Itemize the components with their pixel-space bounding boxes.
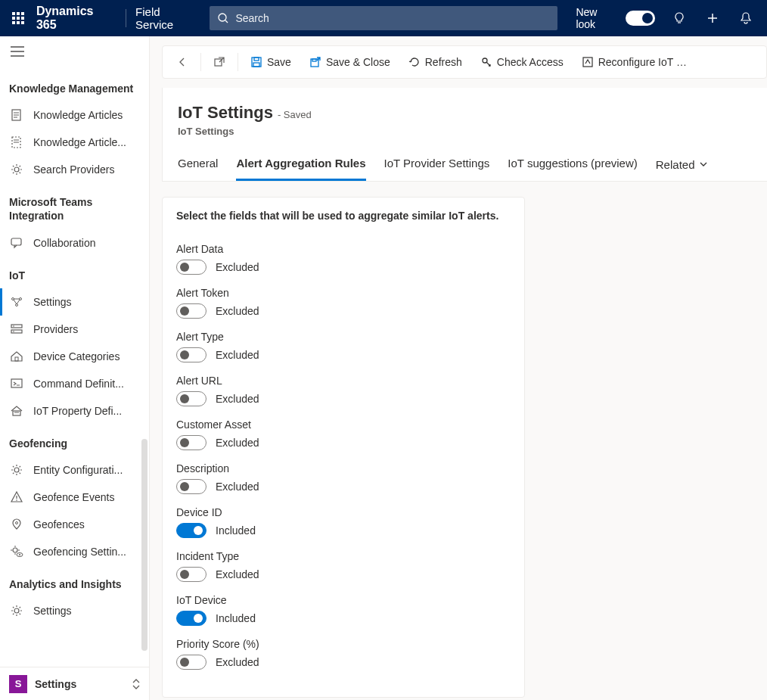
svg-rect-21 — [11, 330, 22, 333]
field-toggle-value: Excluded — [216, 568, 259, 580]
sidebar-item-label: Entity Configurati... — [33, 464, 123, 476]
search-input[interactable] — [210, 6, 557, 30]
refresh-icon — [408, 56, 421, 68]
svg-point-31 — [16, 521, 18, 524]
updown-icon — [132, 679, 140, 689]
sidebar-item-knowledge-article-templates[interactable]: Knowledge Article... — [0, 129, 149, 156]
svg-rect-20 — [11, 325, 22, 328]
new-look-label: New look — [576, 6, 619, 30]
save-button[interactable]: Save — [243, 51, 299, 73]
save-close-button[interactable]: Save & Close — [302, 51, 398, 73]
field-toggle[interactable] — [176, 435, 206, 450]
tab-iot-suggestions-preview-[interactable]: IoT suggestions (preview) — [508, 152, 637, 181]
sidebar-item-ai-settings[interactable]: Settings — [0, 597, 149, 624]
brand-label[interactable]: Dynamics 365 — [36, 5, 116, 32]
field-toggle[interactable] — [176, 391, 206, 406]
field-row: Device IDIncluded — [176, 506, 511, 538]
svg-rect-24 — [15, 357, 18, 361]
field-label: Priority Score (%) — [176, 638, 511, 650]
sidebar-item-search-providers[interactable]: Search Providers — [0, 156, 149, 183]
sidebar-item-label: Search Providers — [33, 163, 114, 176]
check-access-button[interactable]: Check Access — [473, 51, 571, 73]
tab-general[interactable]: General — [178, 152, 218, 181]
field-toggle[interactable] — [176, 260, 206, 275]
sidebar-content[interactable]: Knowledge ManagementKnowledge ArticlesKn… — [0, 67, 149, 667]
field-toggle[interactable] — [176, 479, 206, 494]
divider — [126, 9, 126, 27]
field-toggle[interactable] — [176, 611, 206, 626]
field-label: IoT Device — [176, 594, 511, 606]
sidebar-item-settings[interactable]: Settings — [0, 288, 149, 316]
field-toggle-value: Excluded — [216, 305, 259, 317]
back-button[interactable] — [169, 48, 196, 76]
providers-icon — [9, 322, 24, 337]
svg-point-35 — [14, 608, 19, 613]
tab-iot-provider-settings[interactable]: IoT Provider Settings — [384, 152, 490, 181]
field-label: Alert URL — [176, 375, 511, 387]
sidebar-item-label: Geofencing Settin... — [33, 546, 126, 558]
bell-icon[interactable] — [734, 6, 758, 30]
sidebar-group-label: Microsoft Teams Integration — [0, 183, 149, 229]
field-toggle[interactable] — [176, 655, 206, 670]
field-toggle-value: Included — [216, 524, 256, 537]
sidebar-item-geofence-events[interactable]: Geofence Events — [0, 484, 149, 511]
area-switcher[interactable]: S Settings — [0, 667, 149, 700]
field-label: Alert Data — [176, 243, 511, 255]
sidebar-item-iot-property-definitions[interactable]: IoT Property Defi... — [0, 397, 149, 425]
new-look-toggle[interactable]: New look — [576, 6, 655, 30]
scrollbar[interactable] — [141, 439, 148, 651]
sidebar-item-device-categories[interactable]: Device Categories — [0, 343, 149, 370]
popout-button[interactable] — [206, 48, 233, 76]
app-name[interactable]: Field Service — [135, 5, 200, 31]
sidebar: Knowledge ManagementKnowledge ArticlesKn… — [0, 36, 150, 700]
reconfigure-button[interactable]: Reconfigure IoT sugge... — [574, 51, 695, 73]
field-toggle[interactable] — [176, 567, 206, 582]
svg-point-30 — [16, 499, 17, 501]
area-label: Settings — [35, 678, 125, 690]
field-toggle[interactable] — [176, 523, 206, 538]
svg-point-28 — [14, 468, 19, 472]
sidebar-item-knowledge-articles[interactable]: Knowledge Articles — [0, 101, 149, 129]
devcat-icon — [9, 349, 24, 364]
field-label: Customer Asset — [176, 418, 511, 431]
toggle-on-icon — [626, 11, 656, 26]
prop-icon — [9, 403, 24, 418]
gear-icon — [9, 462, 24, 478]
sidebar-item-geofencing-settings[interactable]: Geofencing Settin... — [0, 538, 149, 565]
tab-related[interactable]: Related — [656, 152, 709, 181]
sidebar-item-collaboration[interactable]: Collaboration — [0, 229, 149, 257]
pin-icon — [9, 517, 24, 532]
doc-icon — [9, 107, 24, 123]
cmd-icon — [9, 376, 24, 391]
reconfigure-icon — [582, 56, 594, 68]
lightbulb-icon[interactable] — [667, 6, 691, 30]
page-title: IoT Settings — [178, 103, 273, 123]
sidebar-item-providers[interactable]: Providers — [0, 316, 149, 343]
svg-rect-25 — [11, 379, 22, 387]
chat-icon — [9, 235, 24, 250]
sidebar-item-label: Settings — [33, 605, 72, 617]
tab-alert-aggregation-rules[interactable]: Alert Aggregation Rules — [236, 152, 365, 181]
field-row: Alert TokenExcluded — [176, 287, 511, 319]
refresh-button[interactable]: Refresh — [401, 51, 470, 73]
sidebar-item-label: Collaboration — [33, 237, 96, 249]
field-toggle[interactable] — [176, 303, 206, 319]
sidebar-item-entity-configurations[interactable]: Entity Configurati... — [0, 456, 149, 484]
field-label: Incident Type — [176, 550, 511, 562]
sidebar-group-label: Analytics and Insights — [0, 565, 149, 597]
global-search — [210, 6, 557, 30]
sidebar-item-geofences[interactable]: Geofences — [0, 511, 149, 538]
area-badge: S — [9, 675, 27, 693]
sidebar-item-command-definitions[interactable]: Command Definit... — [0, 370, 149, 397]
sidebar-item-label: Command Definit... — [33, 378, 124, 390]
iot-icon — [9, 294, 24, 310]
field-row: Priority Score (%)Excluded — [176, 638, 511, 670]
app-launcher-icon[interactable] — [9, 9, 27, 27]
svg-point-32 — [13, 548, 17, 552]
hamburger-button[interactable] — [0, 36, 149, 67]
field-toggle[interactable] — [176, 347, 206, 362]
plus-icon[interactable] — [700, 6, 725, 30]
field-list: Alert DataExcludedAlert TokenExcludedAle… — [176, 243, 511, 670]
svg-rect-26 — [13, 411, 20, 415]
main-area: Save Save & Close Refresh Check Access R… — [150, 36, 767, 700]
